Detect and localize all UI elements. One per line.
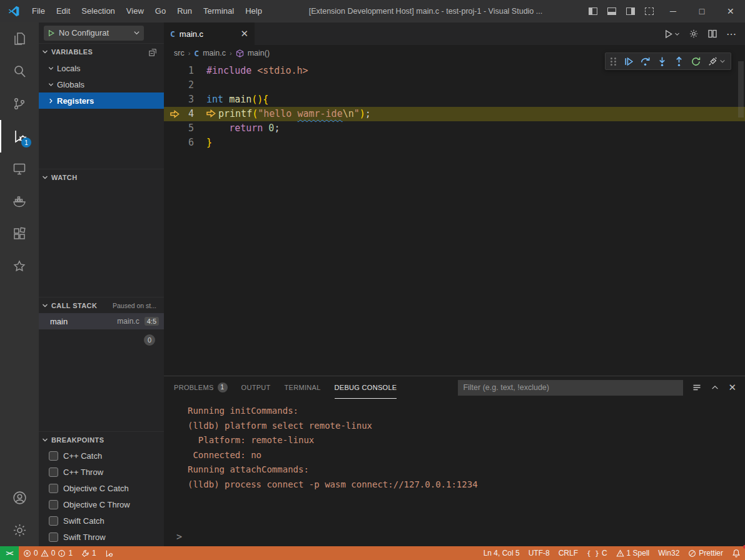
debug-console-output[interactable]: Running initCommands:(lldb) platform sel… [164,399,745,546]
more-actions-icon[interactable]: ⋯ [726,28,736,40]
menu-terminal[interactable]: Terminal [198,0,240,22]
remote-explorer-icon[interactable] [0,152,39,185]
variables-item-globals[interactable]: Globals [39,76,164,92]
run-and-debug-icon[interactable]: 1 [0,120,39,152]
close-tab-icon[interactable]: ✕ [240,28,248,39]
formatter-status[interactable]: Prettier [684,546,727,560]
line-number[interactable]: 2 [164,78,206,92]
split-editor-icon[interactable] [707,29,717,39]
collapse-all-icon[interactable] [148,48,158,57]
line-number[interactable]: 4 [164,107,206,121]
menu-help[interactable]: Help [240,0,268,22]
warning-icon [41,549,49,558]
remote-indicator[interactable]: >< [0,546,19,560]
checkbox[interactable] [49,532,58,542]
close-window-button[interactable]: ✕ [716,0,745,22]
breakpoint-cpp-catch[interactable]: C++ Catch [39,448,164,464]
console-lines-icon[interactable] [692,382,702,392]
step-out-icon[interactable] [674,56,684,67]
breadcrumb-folder[interactable]: src [174,49,185,58]
debug-status[interactable] [101,546,118,560]
customize-layout-icon[interactable] [640,0,659,22]
step-over-icon[interactable] [640,56,651,67]
minimize-button[interactable]: ─ [659,0,687,22]
watch-header[interactable]: WATCH [39,169,164,185]
checkbox[interactable] [49,516,58,526]
star-icon[interactable] [0,250,39,282]
menu-go[interactable]: Go [150,0,171,22]
disconnect-dropdown[interactable] [707,56,726,67]
editor-scrollbar[interactable] [736,61,745,376]
checkbox[interactable] [49,500,58,509]
menu-selection[interactable]: Selection [76,0,120,22]
menu-file[interactable]: File [26,0,51,22]
toggle-secondary-sidebar-icon[interactable] [621,0,640,22]
toggle-panel-icon[interactable] [602,0,621,22]
line-number[interactable]: 1 [164,64,206,78]
step-into-icon[interactable] [657,56,667,67]
code-line[interactable]: 5 return 0; [164,121,745,136]
settings-gear-icon[interactable] [689,29,699,39]
menu-run[interactable]: Run [171,0,198,22]
line-number[interactable]: 3 [164,92,206,107]
line-number[interactable]: 5 [164,121,206,136]
code-line[interactable]: 6} [164,136,745,150]
menu-edit[interactable]: Edit [51,0,76,22]
checkbox[interactable] [49,468,58,477]
call-stack-header[interactable]: CALL STACK Paused on st... [39,297,164,313]
platform-indicator[interactable]: Win32 [654,546,684,560]
line-number[interactable]: 6 [164,136,206,150]
breadcrumb-symbol[interactable]: main() [248,49,270,58]
tab-output[interactable]: OUTPUT [241,377,271,398]
console-input-chevron-icon[interactable]: > [176,531,182,542]
close-panel-icon[interactable]: ✕ [728,382,736,393]
variables-header[interactable]: VARIABLES [39,44,164,60]
code-editor[interactable]: 1#include <stdio.h>23int main(){4printf(… [164,61,745,376]
stack-frame-row[interactable]: main main.c 4:5 [39,313,164,329]
breakpoints-header[interactable]: BREAKPOINTS [39,431,164,448]
maximize-panel-chevron-icon[interactable] [711,383,719,392]
breakpoint-swift-throw[interactable]: Swift Throw [39,529,164,545]
breadcrumb-file[interactable]: main.c [203,49,226,58]
menu-view[interactable]: View [121,0,150,22]
settings-gear-icon[interactable] [0,514,39,546]
cursor-position[interactable]: Ln 4, Col 5 [479,546,524,560]
restart-icon[interactable] [691,56,701,67]
notifications-bell[interactable] [727,546,745,560]
maximize-button[interactable]: □ [687,0,716,22]
variables-item-registers[interactable]: Registers [39,92,164,109]
encoding-indicator[interactable]: UTF-8 [524,546,554,560]
tab-problems[interactable]: PROBLEMS 1 [174,377,228,398]
breakpoint-objc-catch[interactable]: Objective C Catch [39,480,164,496]
search-icon[interactable] [0,55,39,88]
checkbox[interactable] [49,451,58,461]
extensions-icon[interactable] [0,218,39,250]
console-filter-input[interactable] [458,380,683,396]
launch-config-dropdown[interactable]: No Configurat [44,26,144,41]
problems-status[interactable]: 0 0 1 [19,546,77,560]
docker-icon[interactable] [0,185,39,218]
toggle-sidebar-icon[interactable] [584,0,602,22]
toolbar-drag-handle[interactable] [611,58,617,66]
tab-main-c[interactable]: C main.c ✕ [164,22,255,45]
code-line[interactable]: 4printf("hello wamr-ide\n"); [164,107,745,121]
eol-indicator[interactable]: CRLF [554,546,582,560]
continue-icon[interactable] [623,56,634,67]
breakpoint-objc-throw[interactable]: Objective C Throw [39,496,164,512]
variables-item-locals[interactable]: Locals [39,60,164,76]
breakpoint-cpp-throw[interactable]: C++ Throw [39,464,164,480]
explorer-icon[interactable] [0,22,39,55]
disconnect-icon[interactable] [707,56,718,67]
run-or-debug-button[interactable] [664,29,680,39]
spell-checker-status[interactable]: 1 Spell [612,546,654,560]
breakpoint-swift-catch[interactable]: Swift Catch [39,512,164,529]
account-icon[interactable] [0,481,39,514]
code-line[interactable]: 2 [164,78,745,92]
tab-debug-console[interactable]: DEBUG CONSOLE [335,377,397,399]
source-control-icon[interactable] [0,88,39,120]
language-indicator[interactable]: { } C [582,546,612,560]
checkbox[interactable] [49,484,58,493]
toolchain-status[interactable]: 1 [77,546,101,560]
code-line[interactable]: 3int main(){ [164,92,745,107]
tab-terminal[interactable]: TERMINAL [285,377,321,398]
